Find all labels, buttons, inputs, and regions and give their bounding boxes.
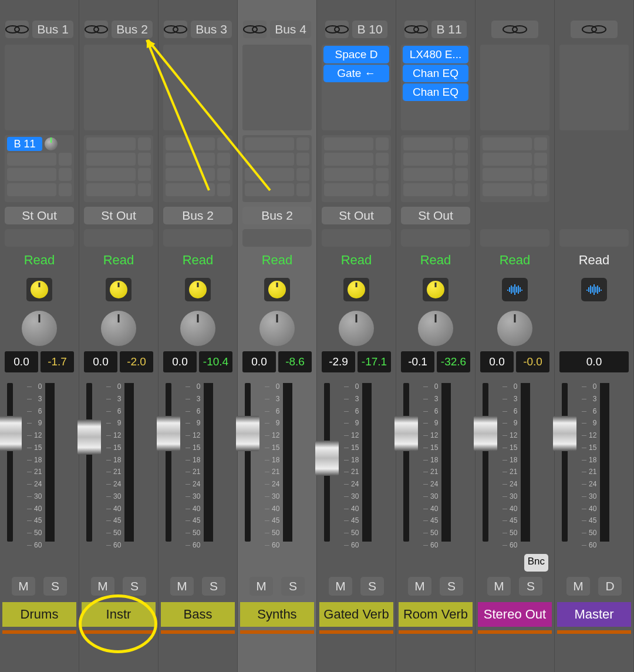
channel-name[interactable]: Gated Verb xyxy=(319,602,393,627)
channel-name[interactable]: Drums xyxy=(2,602,76,627)
output-routing[interactable]: St Out xyxy=(5,207,74,224)
mute-button[interactable]: M xyxy=(91,577,114,596)
mute-button[interactable]: M xyxy=(12,577,35,596)
output-routing[interactable]: St Out xyxy=(401,207,470,224)
fader-track[interactable] xyxy=(324,383,330,542)
stereo-icon[interactable] xyxy=(325,21,349,38)
fader-db[interactable]: 0.0 xyxy=(163,351,197,372)
mute-button[interactable]: M xyxy=(329,577,352,596)
metering-icon[interactable] xyxy=(502,278,528,301)
solo-button[interactable]: S xyxy=(281,577,305,596)
mute-button[interactable]: M xyxy=(408,577,431,596)
fader-track[interactable] xyxy=(245,383,251,542)
channel-name[interactable]: Room Verb xyxy=(399,602,473,627)
insert-plugin[interactable]: Gate ← xyxy=(323,65,389,82)
balance-knob[interactable] xyxy=(22,311,57,346)
group-slot[interactable] xyxy=(163,229,232,247)
input-bus-label[interactable]: B 10 xyxy=(352,21,387,38)
fader-db[interactable]: 0.0 xyxy=(84,351,117,372)
solo-button[interactable]: S xyxy=(202,577,225,596)
fader-track[interactable] xyxy=(166,383,171,542)
fader-db[interactable]: -0.1 xyxy=(401,351,434,372)
fader-cap[interactable] xyxy=(77,419,101,455)
balance-knob[interactable] xyxy=(259,311,295,346)
mute-button[interactable]: M xyxy=(249,577,273,596)
insert-plugin[interactable]: Chan EQ xyxy=(403,83,468,101)
send-bus-label[interactable]: B 11 xyxy=(7,137,42,151)
balance-knob[interactable] xyxy=(497,311,532,346)
inserts-area[interactable] xyxy=(480,45,549,130)
automation-mode[interactable]: Read xyxy=(401,251,470,269)
pan-knob[interactable] xyxy=(423,278,448,301)
solo-button[interactable]: S xyxy=(519,577,542,596)
sends-area[interactable] xyxy=(401,135,470,202)
pan-knob[interactable] xyxy=(26,278,52,301)
automation-mode[interactable]: Read xyxy=(480,251,549,269)
group-slot[interactable] xyxy=(242,229,312,247)
balance-knob[interactable] xyxy=(339,311,374,346)
sends-area[interactable] xyxy=(84,135,153,202)
output-routing[interactable]: St Out xyxy=(322,207,391,224)
balance-knob[interactable] xyxy=(418,311,453,346)
stereo-icon[interactable] xyxy=(85,21,108,38)
sends-area[interactable] xyxy=(242,135,312,202)
automation-mode[interactable]: Read xyxy=(84,251,153,269)
sends-area[interactable]: B 11 xyxy=(5,135,74,202)
fader-cap[interactable] xyxy=(0,416,22,451)
stereo-icon[interactable] xyxy=(571,21,618,38)
inserts-area[interactable] xyxy=(559,45,629,130)
stereo-icon[interactable] xyxy=(164,21,187,38)
group-slot[interactable] xyxy=(480,229,549,247)
solo-button[interactable]: S xyxy=(43,577,67,596)
pan-knob[interactable] xyxy=(185,278,211,301)
group-slot[interactable] xyxy=(84,229,153,247)
solo-button[interactable]: S xyxy=(360,577,384,596)
output-routing[interactable]: St Out xyxy=(84,207,153,224)
pan-knob[interactable] xyxy=(264,278,290,301)
fader-cap[interactable] xyxy=(236,416,259,451)
fader-db[interactable]: 0.0 xyxy=(5,351,38,372)
automation-mode[interactable]: Read xyxy=(322,251,391,269)
metering-icon[interactable] xyxy=(581,278,607,301)
fader-db[interactable]: 0.0 xyxy=(559,351,629,372)
inserts-area[interactable] xyxy=(242,45,312,130)
inserts-area[interactable] xyxy=(5,45,74,130)
solo-button[interactable]: S xyxy=(440,577,463,596)
output-routing[interactable]: Bus 2 xyxy=(163,207,232,224)
inserts-area[interactable]: Space DGate ← xyxy=(322,45,391,130)
fader-cap[interactable] xyxy=(157,416,180,451)
input-bus-label[interactable]: Bus 2 xyxy=(112,21,153,38)
fader-track[interactable] xyxy=(403,383,409,542)
channel-name[interactable]: Stereo Out xyxy=(478,602,552,627)
group-slot[interactable] xyxy=(5,229,74,247)
automation-mode[interactable]: Read xyxy=(5,251,74,269)
channel-name[interactable]: Instr xyxy=(82,602,156,627)
send-knob[interactable] xyxy=(45,137,58,150)
insert-plugin[interactable]: LX480 E... xyxy=(403,46,468,63)
sends-area[interactable] xyxy=(480,135,549,202)
fader-db[interactable]: 0.0 xyxy=(242,351,276,372)
fader-cap[interactable] xyxy=(553,416,576,451)
insert-plugin[interactable]: Chan EQ xyxy=(403,65,468,82)
insert-plugin[interactable]: Space D xyxy=(323,46,389,63)
channel-name[interactable]: Synths xyxy=(240,602,314,627)
fader-cap[interactable] xyxy=(474,416,497,451)
automation-mode[interactable]: Read xyxy=(242,251,312,269)
inserts-area[interactable] xyxy=(84,45,153,130)
group-slot[interactable] xyxy=(559,229,629,247)
bounce-button[interactable]: Bnc xyxy=(524,554,548,572)
stereo-icon[interactable] xyxy=(243,21,267,38)
stereo-icon[interactable] xyxy=(5,21,29,38)
fader-db[interactable]: -2.9 xyxy=(322,351,355,372)
input-bus-label[interactable]: Bus 3 xyxy=(191,21,232,38)
input-bus-label[interactable]: Bus 1 xyxy=(32,21,73,38)
fader-track[interactable] xyxy=(7,383,13,542)
input-bus-label[interactable]: Bus 4 xyxy=(270,21,311,38)
mute-button[interactable]: M xyxy=(170,577,194,596)
automation-mode[interactable]: Read xyxy=(163,251,232,269)
stereo-icon[interactable] xyxy=(404,21,428,38)
channel-name[interactable]: Master xyxy=(557,602,631,627)
inserts-area[interactable]: LX480 E...Chan EQChan EQ xyxy=(401,45,470,130)
group-slot[interactable] xyxy=(401,229,470,247)
fader-track[interactable] xyxy=(483,383,488,542)
